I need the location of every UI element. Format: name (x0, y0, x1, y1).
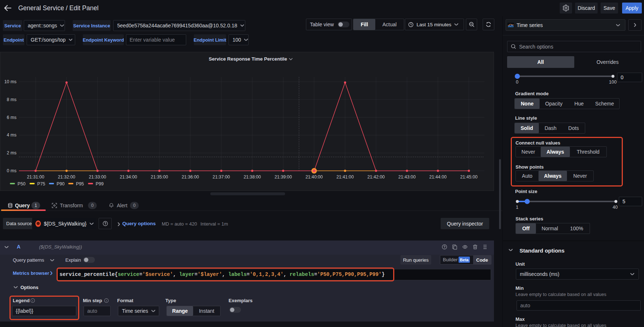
svg-text:21:42:00: 21:42:00 (367, 174, 385, 180)
svg-text:21:40:00: 21:40:00 (306, 174, 323, 180)
svg-text:21:37:00: 21:37:00 (212, 174, 230, 180)
svg-text:Service Response Time Percenti: Service Response Time Percentile (209, 56, 287, 62)
svg-text:0 ms: 0 ms (7, 168, 16, 173)
svg-text:P99: P99 (96, 181, 104, 186)
svg-text:21:39:00: 21:39:00 (275, 174, 292, 180)
svg-text:P75: P75 (37, 181, 45, 186)
svg-text:21:31:00: 21:31:00 (27, 174, 45, 180)
svg-text:P95: P95 (76, 181, 84, 186)
svg-text:21:38:00: 21:38:00 (244, 174, 261, 180)
svg-text:P50: P50 (18, 181, 26, 186)
svg-text:21:32:00: 21:32:00 (58, 174, 76, 180)
svg-text:21:43:00: 21:43:00 (398, 174, 416, 180)
svg-text:4 ms: 4 ms (7, 132, 16, 138)
svg-text:21:35:00: 21:35:00 (151, 174, 168, 180)
svg-text:2 ms: 2 ms (7, 150, 16, 155)
svg-text:21:41:00: 21:41:00 (336, 174, 354, 180)
svg-text:21:36:00: 21:36:00 (182, 174, 199, 180)
svg-text:6 ms: 6 ms (7, 115, 16, 120)
svg-text:21:44:00: 21:44:00 (429, 174, 447, 180)
svg-text:P90: P90 (57, 181, 65, 186)
svg-text:8 ms: 8 ms (7, 97, 16, 102)
svg-text:21:45:00: 21:45:00 (460, 174, 478, 180)
svg-text:10 ms: 10 ms (4, 79, 16, 84)
svg-text:21:34:00: 21:34:00 (120, 174, 137, 180)
svg-text:21:33:00: 21:33:00 (89, 174, 106, 180)
